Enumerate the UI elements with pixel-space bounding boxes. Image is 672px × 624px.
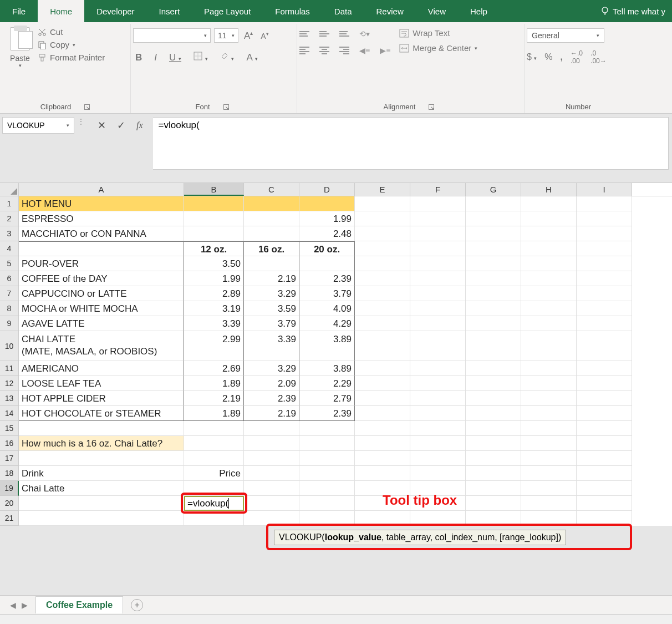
- cell-B2[interactable]: [184, 211, 244, 226]
- cell-empty[interactable]: [577, 361, 632, 376]
- cell-empty[interactable]: [466, 301, 521, 316]
- cell-empty[interactable]: [410, 406, 466, 421]
- cell-empty[interactable]: [410, 331, 466, 361]
- cell-empty[interactable]: [577, 301, 632, 316]
- cell-empty[interactable]: [410, 196, 466, 211]
- col-header-I[interactable]: I: [577, 183, 632, 196]
- cell-empty[interactable]: [355, 391, 410, 406]
- horizontal-scrollbar[interactable]: [0, 614, 672, 624]
- cell-A18[interactable]: Drink: [19, 466, 184, 481]
- add-sheet-button[interactable]: +: [131, 599, 143, 611]
- tab-data[interactable]: Data: [322, 0, 364, 22]
- cell-D19[interactable]: [299, 481, 355, 496]
- paste-button[interactable]: Paste ▾: [6, 25, 34, 99]
- cell-empty[interactable]: [466, 436, 521, 451]
- cell-A13[interactable]: HOT APPLE CIDER: [19, 391, 184, 406]
- cell-A5[interactable]: POUR-OVER: [19, 256, 184, 271]
- cell-C6[interactable]: 2.19: [244, 271, 299, 286]
- cell-A12[interactable]: LOOSE LEAF TEA: [19, 376, 184, 391]
- cell-empty[interactable]: [410, 301, 466, 316]
- font-color-button[interactable]: A ▾: [244, 51, 259, 64]
- cell-B4[interactable]: 12 oz.: [184, 241, 244, 256]
- decrease-font-icon[interactable]: A▾: [258, 30, 271, 42]
- dialog-launcher-icon[interactable]: [223, 104, 229, 110]
- cell-empty[interactable]: [466, 271, 521, 286]
- fill-color-button[interactable]: ▾: [218, 50, 237, 64]
- cell-empty[interactable]: [466, 316, 521, 331]
- cell-A17[interactable]: [19, 451, 184, 466]
- cell-D6[interactable]: 2.39: [299, 271, 355, 286]
- cell-empty[interactable]: [521, 211, 577, 226]
- cell-B5[interactable]: 3.50: [184, 256, 244, 271]
- row-header[interactable]: 17: [0, 451, 19, 466]
- cell-empty[interactable]: [355, 451, 410, 466]
- cell-empty[interactable]: [577, 406, 632, 421]
- formula-bar-input[interactable]: =vlookup(: [153, 117, 669, 170]
- align-center-icon[interactable]: [319, 47, 329, 54]
- cell-A3[interactable]: MACCHIATO or CON PANNA: [19, 226, 184, 241]
- row-header[interactable]: 16: [0, 436, 19, 451]
- cell-empty[interactable]: [355, 376, 410, 391]
- cell-C18[interactable]: [244, 466, 299, 481]
- col-header-C[interactable]: C: [244, 183, 299, 196]
- row-header[interactable]: 20: [0, 496, 19, 511]
- cell-C13[interactable]: 2.39: [244, 391, 299, 406]
- cell-D9[interactable]: 4.29: [299, 316, 355, 331]
- cell-D11[interactable]: 3.89: [299, 361, 355, 376]
- cell-C10[interactable]: 3.39: [244, 331, 299, 361]
- cell-empty[interactable]: [466, 451, 521, 466]
- cell-empty[interactable]: [355, 271, 410, 286]
- bold-button[interactable]: B: [133, 51, 144, 64]
- underline-button[interactable]: U ▾: [167, 51, 184, 64]
- cell-empty[interactable]: [410, 256, 466, 271]
- cell-empty[interactable]: [466, 406, 521, 421]
- cell-D5[interactable]: [299, 256, 355, 271]
- orientation-icon[interactable]: ⟲▾: [359, 29, 370, 38]
- italic-button[interactable]: I: [152, 51, 159, 64]
- cell-empty[interactable]: [521, 466, 577, 481]
- comma-button[interactable]: ,: [561, 52, 563, 62]
- cell-C1[interactable]: [244, 196, 299, 211]
- cell-A14[interactable]: HOT CHOCOLATE or STEAMER: [19, 406, 184, 421]
- cell-empty[interactable]: [466, 391, 521, 406]
- cell-D15[interactable]: [299, 421, 355, 436]
- tab-file[interactable]: File: [0, 0, 38, 22]
- tab-formulas[interactable]: Formulas: [263, 0, 322, 22]
- cell-empty[interactable]: [521, 421, 577, 436]
- cell-empty[interactable]: [466, 226, 521, 241]
- col-header-H[interactable]: H: [521, 183, 577, 196]
- cell-B12[interactable]: 1.89: [184, 376, 244, 391]
- cell-empty[interactable]: [577, 391, 632, 406]
- cell-empty[interactable]: [577, 436, 632, 451]
- cell-empty[interactable]: [355, 196, 410, 211]
- cell-empty[interactable]: [466, 196, 521, 211]
- cell-empty[interactable]: [466, 496, 521, 511]
- cell-empty[interactable]: [577, 196, 632, 211]
- cell-empty[interactable]: [410, 316, 466, 331]
- row-header[interactable]: 4: [0, 241, 19, 256]
- cell-empty[interactable]: [521, 511, 577, 526]
- cell-empty[interactable]: [577, 226, 632, 241]
- cell-empty[interactable]: [466, 376, 521, 391]
- cell-A10[interactable]: CHAI LATTE(MATE, MASALA, or ROOBIOS): [19, 331, 184, 361]
- cell-C20[interactable]: [244, 496, 299, 511]
- cell-C15[interactable]: [244, 421, 299, 436]
- cell-B3[interactable]: [184, 226, 244, 241]
- cell-empty[interactable]: [577, 376, 632, 391]
- cell-D17[interactable]: [299, 451, 355, 466]
- cell-C12[interactable]: 2.09: [244, 376, 299, 391]
- cell-empty[interactable]: [577, 496, 632, 511]
- tab-page-layout[interactable]: Page Layout: [192, 0, 263, 22]
- tab-view[interactable]: View: [416, 0, 458, 22]
- cell-A7[interactable]: CAPPUCCINO or LATTE: [19, 286, 184, 301]
- cell-empty[interactable]: [577, 451, 632, 466]
- tab-review[interactable]: Review: [364, 0, 416, 22]
- cell-C7[interactable]: 3.29: [244, 286, 299, 301]
- cell-C4[interactable]: 16 oz.: [244, 241, 299, 256]
- cell-empty[interactable]: [410, 421, 466, 436]
- cell-B9[interactable]: 3.39: [184, 316, 244, 331]
- sheet-tab-active[interactable]: Coffee Example: [35, 596, 123, 613]
- cell-C5[interactable]: [244, 256, 299, 271]
- cell-empty[interactable]: [466, 256, 521, 271]
- cell-A19[interactable]: Chai Latte: [19, 481, 184, 496]
